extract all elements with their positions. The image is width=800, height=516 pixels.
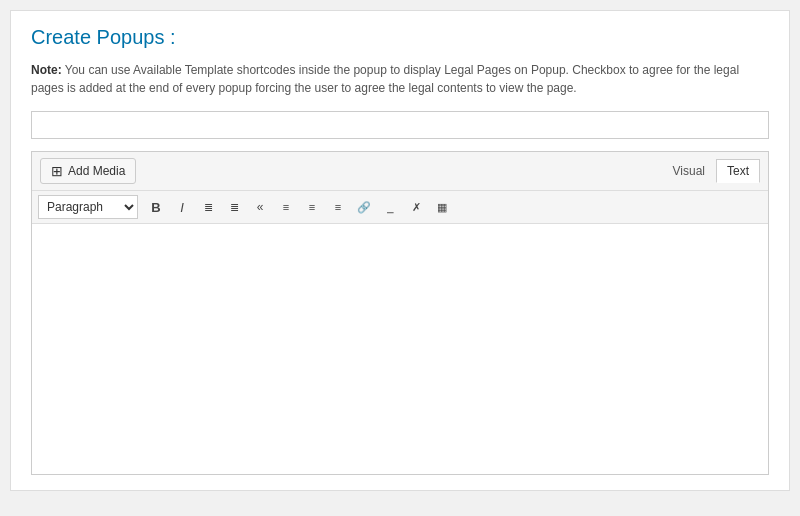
tab-visual[interactable]: Visual (662, 159, 716, 183)
add-media-label: Add Media (68, 164, 125, 178)
page-title: Create Popups : (31, 26, 769, 49)
blockquote-button[interactable]: « (248, 195, 272, 219)
add-media-button[interactable]: ⊞ Add Media (40, 158, 136, 184)
unordered-list-button[interactable]: ≣ (196, 195, 220, 219)
table-button[interactable]: ▦ (430, 195, 454, 219)
ordered-list-button[interactable]: ≣ (222, 195, 246, 219)
hr-button[interactable]: ⎯ (378, 195, 402, 219)
bold-button[interactable]: B (144, 195, 168, 219)
editor-toolbar-top: ⊞ Add Media Visual Text (32, 152, 768, 191)
note-label: Note: (31, 63, 62, 77)
editor-content[interactable] (32, 224, 768, 474)
media-icon: ⊞ (51, 163, 63, 179)
editor-container: ⊞ Add Media Visual Text Paragraph Headin… (31, 151, 769, 475)
popup-title-input[interactable] (31, 111, 769, 139)
remove-format-button[interactable]: ✗ (404, 195, 428, 219)
link-button[interactable]: 🔗 (352, 195, 376, 219)
tab-text[interactable]: Text (716, 159, 760, 183)
align-left-button[interactable]: ≡ (274, 195, 298, 219)
view-tabs: Visual Text (662, 159, 760, 183)
align-center-button[interactable]: ≡ (300, 195, 324, 219)
note-text: Note: You can use Available Template sho… (31, 61, 769, 97)
editor-toolbar-format: Paragraph Heading 1 Heading 2 Heading 3 … (32, 191, 768, 224)
format-select[interactable]: Paragraph Heading 1 Heading 2 Heading 3 … (38, 195, 138, 219)
page-container: Create Popups : Note: You can use Availa… (10, 10, 790, 491)
italic-button[interactable]: I (170, 195, 194, 219)
note-content: You can use Available Template shortcode… (31, 63, 739, 95)
align-right-button[interactable]: ≡ (326, 195, 350, 219)
